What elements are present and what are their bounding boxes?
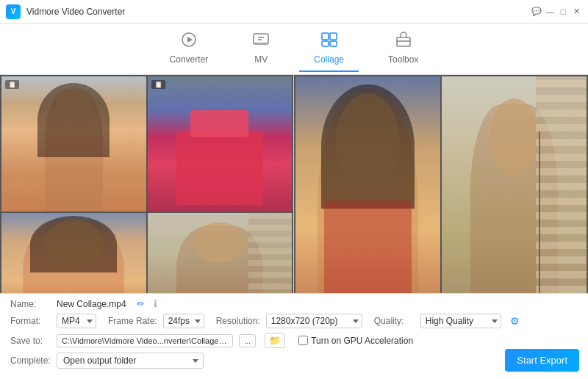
complete-select[interactable]: Open output folder Do nothing Shut down	[57, 353, 204, 369]
settings-row-complete: Complete: Open output folder Do nothing …	[10, 353, 578, 369]
frame-rate-select[interactable]: 24fps 30fps 60fps	[163, 314, 204, 328]
quality-label: Quality:	[374, 316, 415, 326]
chat-button[interactable]: 💬	[531, 6, 542, 18]
mv-icon	[252, 32, 270, 52]
resolution-select[interactable]: 1280x720 (720p) 1920x1080 (1080p) 3840x2…	[266, 314, 362, 328]
name-value: New Collage.mp4	[57, 299, 126, 309]
settings-row-name: Name: New Collage.mp4 ✏ ℹ	[10, 298, 578, 309]
format-label: Format:	[10, 316, 51, 326]
svg-rect-6	[322, 41, 329, 46]
collage-icon	[320, 32, 338, 52]
nav-label-mv: MV	[254, 54, 268, 65]
browse-button[interactable]: ...	[239, 334, 256, 347]
app-logo: V	[6, 4, 21, 19]
nav-item-converter[interactable]: Converter	[155, 26, 223, 72]
settings-panel: Name: New Collage.mp4 ✏ ℹ Format: MP4 MO…	[0, 293, 588, 379]
svg-rect-5	[330, 33, 337, 40]
settings-row-format: Format: MP4 MOV AVI Frame Rate: 24fps 30…	[10, 314, 578, 328]
gpu-checkbox-label[interactable]: Turn on GPU Acceleration	[298, 336, 413, 346]
collage-cell-1[interactable]: 📋	[1, 76, 146, 212]
gpu-label-text: Turn on GPU Acceleration	[311, 336, 413, 346]
title-bar: V Vidmore Video Converter 💬 — □ ✕	[0, 0, 588, 24]
nav-label-collage: Collage	[314, 54, 344, 65]
svg-rect-7	[330, 41, 337, 46]
minimize-button[interactable]: —	[544, 6, 556, 18]
title-controls: 💬 — □ ✕	[531, 6, 582, 18]
app-title: Vidmore Video Converter	[26, 7, 531, 17]
start-export-button[interactable]: Start Export	[505, 349, 579, 372]
format-select[interactable]: MP4 MOV AVI	[57, 314, 96, 328]
resolution-label: Resolution:	[216, 316, 260, 326]
close-button[interactable]: ✕	[570, 6, 582, 18]
quality-select[interactable]: High Quality Medium Quality Low Quality	[420, 314, 501, 328]
nav-item-collage[interactable]: Collage	[299, 26, 359, 72]
gpu-checkbox[interactable]	[298, 336, 308, 345]
maximize-button[interactable]: □	[557, 6, 569, 18]
info-icon[interactable]: ℹ	[154, 298, 157, 309]
name-label: Name:	[10, 299, 51, 309]
nav-item-toolbox[interactable]: Toolbox	[373, 26, 433, 72]
svg-rect-4	[322, 33, 329, 40]
converter-icon	[180, 32, 198, 52]
nav-label-converter: Converter	[170, 54, 209, 65]
save-path-input[interactable]	[57, 334, 233, 347]
nav-item-mv[interactable]: MV	[237, 26, 284, 72]
toolbox-icon	[395, 32, 412, 52]
svg-rect-8	[397, 37, 410, 46]
complete-label: Complete:	[10, 355, 51, 366]
nav-label-toolbox: Toolbox	[388, 54, 418, 65]
frame-rate-label: Frame Rate:	[108, 316, 157, 326]
settings-row-saveto: Save to: ... 📁 Turn on GPU Acceleration	[10, 333, 578, 348]
svg-marker-1	[187, 37, 193, 43]
save-to-label: Save to:	[10, 336, 51, 346]
collage-cell-2[interactable]: 📋	[148, 76, 293, 212]
nav-bar: Converter MV Collage	[0, 24, 588, 75]
folder-button[interactable]: 📁	[265, 333, 285, 348]
gear-icon[interactable]: ⚙	[510, 315, 520, 327]
svg-rect-3	[254, 42, 268, 44]
edit-icon[interactable]: ✏	[137, 298, 145, 309]
